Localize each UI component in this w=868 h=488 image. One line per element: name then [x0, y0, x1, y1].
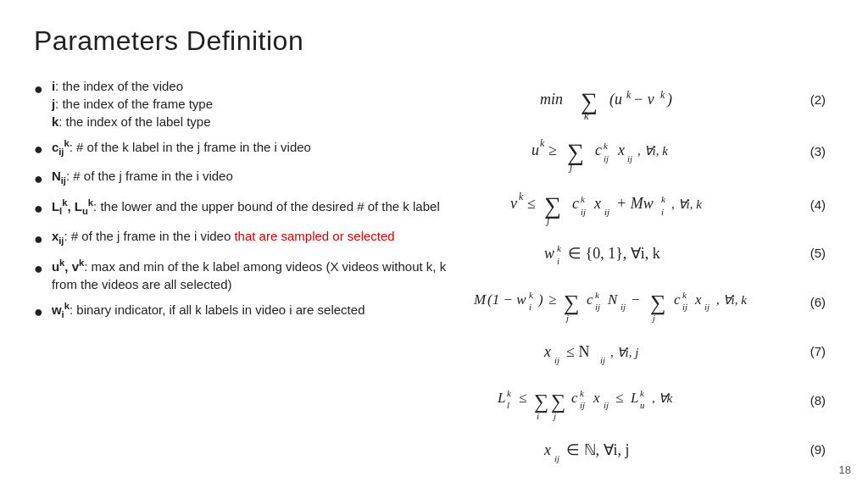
eq2-expr: min ∑ k (u k − v k ) [466, 77, 792, 121]
bullet-dot: ● [34, 302, 43, 323]
equation-8: L k l ≤ ∑ i ∑ j c k ij x ij ≤ L [466, 375, 826, 424]
param-l: Llk, Luk [52, 199, 93, 214]
svg-text:l: l [507, 400, 509, 410]
page-title: Parameters Definition [34, 25, 834, 57]
right-panel: min ∑ k (u k − v k ) (2) [466, 77, 834, 472]
svg-text:ij: ij [604, 207, 609, 217]
eq2-number: (2) [792, 92, 826, 107]
svg-text:k: k [581, 194, 586, 204]
svg-text:k: k [529, 290, 534, 300]
list-item: ● uk, vk: max and min of the k label amo… [34, 257, 466, 293]
bullet-content-c: cijk: # of the k label in the j frame in… [52, 137, 466, 159]
eq9-number: (9) [792, 442, 826, 457]
svg-text:x: x [617, 141, 625, 158]
svg-text:, ∀i, j: , ∀i, j [610, 346, 638, 359]
svg-text:∑: ∑ [581, 88, 598, 114]
bullet-content-ijk: i: the index of the video j: the index o… [52, 77, 466, 130]
param-u: uk, vk [52, 259, 84, 274]
svg-text:x: x [543, 343, 551, 360]
svg-text:k: k [519, 191, 524, 202]
svg-text:ij: ij [580, 400, 585, 410]
svg-text:c: c [572, 195, 579, 212]
svg-text:− v: − v [633, 91, 654, 108]
equation-2: min ∑ k (u k − v k ) (2) [466, 77, 826, 121]
svg-text:ij: ij [627, 153, 632, 164]
svg-text:x: x [543, 441, 551, 458]
list-item: ● cijk: # of the k label in the j frame … [34, 137, 466, 160]
svg-text:u: u [531, 141, 539, 158]
svg-text:x: x [694, 291, 702, 308]
svg-text:): ) [537, 291, 543, 308]
svg-text:ij: ij [604, 153, 609, 164]
list-item: ● Nij: # of the j frame in the i video [34, 167, 466, 190]
svg-text:v: v [510, 195, 517, 212]
svg-text:u: u [640, 400, 645, 410]
list-item: ● Llk, Luk: the lower and the upper boun… [34, 197, 466, 219]
svg-text:+ Mw: + Mw [616, 195, 654, 212]
svg-text:x: x [593, 195, 601, 212]
svg-text:c: c [571, 390, 578, 406]
eq3-number: (3) [792, 144, 826, 158]
svg-text:, ∀i, k: , ∀i, k [637, 144, 668, 158]
svg-text:i: i [557, 256, 559, 266]
svg-text:L: L [497, 390, 505, 406]
svg-text:∈ ℕ, ∀i, j: ∈ ℕ, ∀i, j [566, 441, 630, 458]
svg-text:k: k [557, 243, 562, 253]
svg-text:k: k [640, 388, 645, 398]
svg-text:ij: ij [595, 302, 600, 312]
svg-text:k: k [604, 141, 609, 151]
param-n: Nij [52, 169, 66, 183]
svg-text:ij: ij [604, 400, 609, 410]
svg-text:i: i [537, 411, 539, 421]
svg-text:ij: ij [554, 355, 559, 365]
svg-text:k: k [661, 194, 666, 204]
param-x: xij [52, 229, 64, 243]
content-area: ● i: the index of the video j: the index… [34, 77, 834, 472]
svg-text:x: x [593, 390, 600, 406]
svg-text:∑: ∑ [650, 291, 666, 315]
page-number: 18 [839, 463, 851, 476]
bullet-dot: ● [34, 229, 43, 250]
svg-text:≤: ≤ [519, 390, 526, 406]
svg-text:i: i [529, 302, 531, 312]
svg-text:, ∀i, k: , ∀i, k [716, 293, 747, 307]
equation-5: w k i ∈ {0, 1}, ∀i, k (5) [466, 235, 826, 270]
svg-text:c: c [587, 291, 593, 308]
svg-text:k: k [584, 110, 589, 121]
bullet-content-w: wik: binary indicator, if all k labels i… [52, 300, 466, 322]
svg-text:−: − [632, 291, 640, 308]
bullet-dot: ● [34, 198, 43, 219]
eq9-svg: x ij ∈ ℕ, ∀i, j [536, 431, 722, 467]
eq7-number: (7) [792, 344, 826, 358]
bullet-dot: ● [34, 169, 43, 190]
svg-text:≤: ≤ [527, 195, 536, 212]
svg-text:ij: ij [600, 355, 605, 365]
eq8-expr: L k l ≤ ∑ i ∑ j c k ij x ij ≤ L [466, 375, 792, 424]
param-c: cijk [52, 140, 70, 154]
svg-text:M: M [473, 291, 487, 308]
svg-text:(u: (u [609, 91, 622, 108]
svg-text:): ) [666, 91, 672, 108]
svg-text:, ∀k: , ∀k [652, 391, 673, 405]
eq6-expr: M (1 − w k i ) ≥ ∑ j c k ij N ij − [466, 277, 792, 326]
bullet-content-l: Llk, Luk: the lower and the upper bound … [52, 197, 466, 219]
svg-text:i: i [661, 207, 664, 217]
bullet-content-x: xij: # of the j frame in the i video tha… [52, 227, 466, 248]
equation-3: u k ≥ ∑ j c k ij x ij , ∀i, k (3) [466, 128, 826, 175]
svg-text:ij: ij [554, 453, 559, 463]
svg-text:k: k [580, 388, 585, 398]
svg-text:L: L [630, 390, 638, 406]
eq5-expr: w k i ∈ {0, 1}, ∀i, k [466, 235, 792, 270]
bullet-dot: ● [34, 79, 43, 100]
bullet-content-uv: uk, vk: max and min of the k label among… [52, 257, 466, 293]
svg-text:ij: ij [581, 207, 586, 217]
eq6-number: (6) [792, 295, 826, 309]
svg-text:∑: ∑ [551, 391, 565, 413]
svg-text:k: k [507, 388, 512, 398]
svg-text:k: k [626, 89, 632, 101]
svg-text:min: min [540, 91, 563, 108]
param-k: k [52, 114, 58, 129]
svg-text:k: k [682, 290, 687, 300]
sampled-or-selected-text: that are sampled or selected [234, 229, 394, 243]
svg-text:, ∀i, k: , ∀i, k [671, 197, 702, 211]
